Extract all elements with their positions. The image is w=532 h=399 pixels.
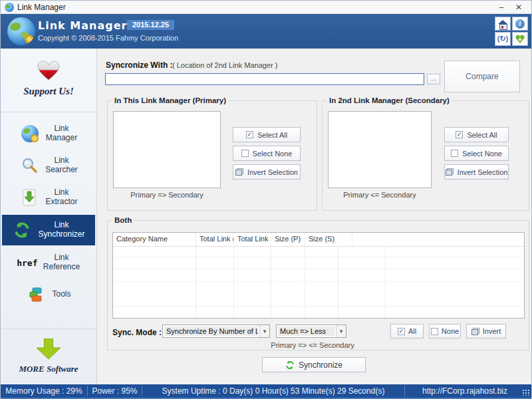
- globe-gear-icon: [20, 124, 40, 144]
- secondary-select-none-button[interactable]: Select None: [444, 146, 509, 161]
- sidebar-item-link-extractor[interactable]: Link Extractor: [1, 182, 96, 213]
- titlebar: Link Manager – ✕: [1, 1, 531, 14]
- checked-checkbox-icon: ✓: [398, 328, 405, 335]
- sync-direction-hint: Primary => <= Secondary: [269, 341, 356, 349]
- sync-arrows-icon: [12, 220, 32, 240]
- checked-checkbox-icon: ✓: [246, 131, 253, 138]
- secondary-listbox[interactable]: [328, 111, 432, 188]
- column-header[interactable]: Total Link (S): [234, 233, 271, 246]
- minimize-button[interactable]: –: [493, 3, 510, 12]
- column-header[interactable]: Size (S): [305, 233, 352, 246]
- down-arrow-icon: [36, 338, 61, 360]
- more-software-label: MORE Software: [1, 364, 96, 374]
- app-logo-globe-icon: [7, 17, 35, 45]
- sidebar-item-link-manager[interactable]: Link Manager: [1, 118, 96, 150]
- unchecked-checkbox-icon: [241, 150, 249, 157]
- donate-button[interactable]: +: [512, 32, 528, 46]
- primary-invert-selection-button[interactable]: Invert Selection: [233, 164, 301, 180]
- sync-mode-dropdown[interactable]: Synchronize By Number of Links ▾: [162, 325, 270, 338]
- download-page-icon: [19, 188, 39, 207]
- invert-button[interactable]: Invert: [466, 324, 506, 338]
- unchecked-checkbox-icon: [451, 150, 458, 157]
- sidebar-item-tools[interactable]: Tools: [1, 279, 96, 311]
- chevron-down-icon: ▾: [259, 325, 269, 337]
- app-name: Link Manager: [38, 19, 127, 32]
- compare-button[interactable]: Compare: [444, 61, 520, 92]
- both-group: Both Category Name Total Link (P) Total …: [107, 216, 529, 350]
- magnifier-icon: [19, 156, 39, 176]
- support-us-link[interactable]: Support Us!: [1, 49, 96, 112]
- primary-group-title: In This Link Manager (Primary): [112, 96, 229, 104]
- main-content: Syncronize With : ( Location of 2nd Link…: [97, 49, 531, 384]
- primary-direction-label: Primary => Secondary: [113, 191, 221, 199]
- refresh-icon: (↻): [497, 35, 509, 43]
- primary-listbox[interactable]: [113, 111, 221, 188]
- close-button[interactable]: ✕: [510, 3, 527, 12]
- primary-select-none-button[interactable]: Select None: [233, 146, 301, 161]
- power-status: Power : 95%: [88, 384, 142, 398]
- sidebar-item-link-searcher[interactable]: Link Searcher: [1, 150, 96, 182]
- column-header[interactable]: Size (P): [271, 233, 305, 246]
- href-text-icon: href: [17, 253, 37, 273]
- location-hint: ( Location of 2nd Link Manager ): [172, 61, 277, 69]
- sync-arrows-icon: [285, 360, 295, 370]
- app-window: Link Manager – ✕ Link Manager 2015.12.25…: [0, 0, 532, 399]
- invert-selection-icon: [446, 168, 454, 176]
- sidebar-item-link-reference[interactable]: href Link Reference: [1, 247, 96, 279]
- table-header-row: Category Name Total Link (P) Total Link …: [113, 233, 524, 247]
- syncronize-with-label: Syncronize With :: [106, 61, 173, 70]
- app-header: Link Manager 2015.12.25 Copyright © 2008…: [1, 14, 531, 49]
- info-icon: i: [515, 19, 525, 29]
- browse-button[interactable]: ...: [427, 74, 440, 84]
- status-bar: Memory Usage : 29% Power : 95% System Up…: [1, 384, 531, 398]
- sync-mode-label: Sync. Mode :: [112, 328, 162, 337]
- all-button[interactable]: ✓ All: [390, 324, 424, 338]
- heart-plus-icon: +: [515, 35, 525, 43]
- info-button[interactable]: i: [512, 17, 528, 31]
- checked-checkbox-icon: ✓: [456, 131, 463, 138]
- secondary-direction-label: Primary <= Secondary: [328, 191, 432, 199]
- none-button[interactable]: None: [429, 324, 461, 338]
- column-header[interactable]: Category Name: [113, 233, 196, 246]
- support-heart-icon: [37, 61, 60, 80]
- both-group-title: Both: [112, 216, 134, 224]
- app-icon: [5, 3, 14, 12]
- home-icon: [498, 20, 507, 24]
- version-badge: 2015.12.25: [127, 20, 174, 30]
- chevron-down-icon: ▾: [336, 325, 346, 337]
- location-input[interactable]: [105, 73, 424, 85]
- sync-direction-dropdown[interactable]: Much => Less ▾: [276, 325, 346, 338]
- secondary-invert-selection-button[interactable]: Invert Selection: [444, 164, 509, 180]
- primary-group: In This Link Manager (Primary) Primary =…: [107, 96, 317, 211]
- sidebar-item-link-synchronizer[interactable]: Link Synchronizer: [2, 215, 95, 245]
- resize-grip[interactable]: [522, 389, 530, 396]
- more-software-link[interactable]: MORE Software: [1, 329, 96, 384]
- home-button[interactable]: [495, 17, 511, 31]
- sidebar-nav: Link Manager Link Searcher: [1, 118, 96, 311]
- system-uptime-status: System Uptime : 0 Day(s) 0 Hour(s) 53 Mi…: [142, 384, 404, 398]
- invert-selection-icon: [471, 328, 479, 335]
- memory-usage-status: Memory Usage : 29%: [1, 384, 87, 398]
- primary-select-all-button[interactable]: ✓ Select All: [233, 127, 301, 142]
- blocks-icon: [26, 285, 46, 305]
- column-header[interactable]: Total Link (P): [196, 233, 234, 246]
- website-link[interactable]: http://FCorp.rajahost.biz: [405, 384, 525, 398]
- secondary-group-title: In 2nd Link Manager (Secondary): [327, 96, 452, 104]
- support-us-label: Support Us!: [1, 86, 96, 97]
- invert-selection-icon: [235, 168, 243, 176]
- window-title: Link Manager: [17, 3, 493, 12]
- secondary-select-all-button[interactable]: ✓ Select All: [444, 127, 509, 142]
- sidebar: Support Us! Link Manager Link Sear: [1, 49, 97, 384]
- synchronize-button[interactable]: Synchronize: [262, 357, 366, 372]
- category-table[interactable]: Category Name Total Link (P) Total Link …: [112, 232, 525, 319]
- header-icon-grid: i (↻) +: [495, 17, 528, 47]
- unchecked-checkbox-icon: [431, 328, 438, 335]
- refresh-button[interactable]: (↻): [495, 32, 511, 46]
- copyright-text: Copyright © 2008-2015 Fahmy Corporation: [38, 34, 178, 42]
- secondary-group: In 2nd Link Manager (Secondary) Primary …: [322, 96, 529, 211]
